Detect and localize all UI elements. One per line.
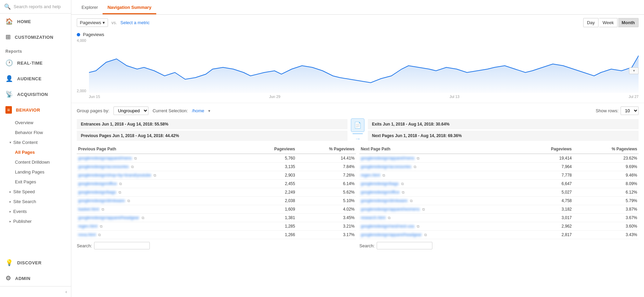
copy-icon[interactable]: ⧉ <box>422 207 425 211</box>
previous-pages-table: Previous Page Path Pageviews % Pageviews… <box>77 145 356 249</box>
copy-icon[interactable]: ⧉ <box>127 199 130 203</box>
current-selection-label: Current Selection: <box>153 108 188 113</box>
next-pct-value: 9.69% <box>573 163 639 171</box>
copy-icon[interactable]: ⧉ <box>98 233 101 237</box>
group-pages-label: Group pages by: <box>77 108 109 113</box>
copy-icon[interactable]: ⧉ <box>102 207 104 211</box>
tab-explorer[interactable]: Explorer <box>77 1 103 14</box>
group-pages-dropdown[interactable]: Ungrouped <box>113 106 148 115</box>
prev-page-path[interactable]: googleredesign/bags ⧉ <box>77 188 247 197</box>
sidebar-expand-site-speed[interactable]: ▸ Site Speed <box>0 187 71 197</box>
behavior-icon: ≡ <box>5 106 12 114</box>
prev-page-path[interactable]: googleredesign/accessories ⧉ <box>77 163 247 171</box>
entrances-stat: Entrances Jun 1, 2018 - Aug 14, 2018: 55… <box>77 119 347 129</box>
copy-icon[interactable]: ⧉ <box>119 182 122 186</box>
copy-icon[interactable]: ⧉ <box>414 165 416 169</box>
time-btn-month[interactable]: Month <box>618 18 639 27</box>
table-row: googleredesign/apparel/headgear ⧉ 1,381 … <box>77 214 356 222</box>
copy-icon[interactable]: ⧉ <box>154 173 156 177</box>
realtime-icon: 🕐 <box>5 59 13 67</box>
next-pct-value: 8.09% <box>573 180 639 188</box>
next-pageviews-value: 3,182 <box>519 205 573 214</box>
copy-icon[interactable]: ⧉ <box>388 216 391 220</box>
copy-icon[interactable]: ⧉ <box>142 216 144 220</box>
prev-page-path[interactable]: regen.html ⧉ <box>77 222 247 231</box>
copy-icon[interactable]: ⧉ <box>382 173 385 177</box>
next-search-input[interactable] <box>377 242 432 249</box>
sidebar-item-customization[interactable]: ⊞ CUSTOMIZATION <box>0 29 71 45</box>
sidebar-item-behavior[interactable]: ≡ BEHAVIOR <box>0 102 71 118</box>
show-rows-dropdown[interactable]: 10 <box>621 106 639 115</box>
sidebar-sub-behavior-flow[interactable]: Behavior Flow <box>0 128 71 137</box>
sidebar-expand-site-search[interactable]: ▸ Site Search <box>0 197 71 207</box>
sidebar-expand-events[interactable]: ▸ Events <box>0 207 71 216</box>
time-btn-week[interactable]: Week <box>599 18 618 27</box>
next-page-path[interactable]: googleredesign/apparel/mens ⧉ <box>359 154 519 163</box>
copy-icon[interactable]: ⧉ <box>402 190 405 194</box>
chevron-down-icon: ▾ <box>103 20 105 25</box>
prev-pct-value: 7.84% <box>297 163 356 171</box>
copy-icon[interactable]: ⧉ <box>424 233 427 237</box>
copy-icon[interactable]: ⧉ <box>134 156 137 160</box>
next-pageviews-value: 2,817 <box>519 231 573 239</box>
chart-collapse-button[interactable]: ▾ <box>629 67 639 74</box>
previous-pages-label: Previous Pages <box>81 133 111 138</box>
previous-search-input[interactable] <box>94 242 150 249</box>
sidebar-item-home[interactable]: 🏠 HOME <box>0 14 71 29</box>
sidebar-item-discover[interactable]: 💡 DISCOVER <box>0 255 71 270</box>
prev-page-path[interactable]: googleredesign/apparel/mens ⧉ <box>77 154 247 163</box>
prev-page-path[interactable]: googleredesign/shop+by+brand/youtube ⧉ <box>77 171 247 180</box>
table-row: googleredesign/accessories ⧉ 7,964 9.69% <box>359 163 639 171</box>
copy-icon[interactable]: ⧉ <box>131 165 134 169</box>
next-pageviews-value: 5,027 <box>519 188 573 197</box>
next-page-path[interactable]: googleredesign/apparel/headgear ⧉ <box>359 231 519 239</box>
next-pct-value: 23.62% <box>573 154 639 163</box>
metric-dropdown[interactable]: Pageviews ▾ <box>77 18 108 27</box>
chevron-right-icon: ▸ <box>10 219 11 223</box>
select-metric-link[interactable]: Select a metric <box>121 20 150 25</box>
next-pct-value: 5.79% <box>573 197 639 205</box>
sidebar-sub-overview[interactable]: Overview <box>0 118 71 128</box>
prev-page-path[interactable]: googleredesign/drinkware ⧉ <box>77 197 247 205</box>
prev-page-path[interactable]: googleredesign/apparel/headgear ⧉ <box>77 214 247 222</box>
sidebar-item-acquisition[interactable]: 📡 ACQUISITION <box>0 86 71 102</box>
table-row: regen.html ⧉ 1,285 3.21% <box>77 222 356 231</box>
current-selection-value[interactable]: /home <box>192 108 204 113</box>
tab-navigation-summary[interactable]: Navigation Summary <box>103 1 156 14</box>
admin-icon: ⚙ <box>5 275 11 282</box>
next-page-path[interactable]: googleredesign/drinkware ⧉ <box>359 197 519 205</box>
next-page-path[interactable]: googleredesign/office ⧉ <box>359 188 519 197</box>
table-row: googleredesign/drinkware ⧉ 2,038 5.10% <box>77 197 356 205</box>
table-row: googleredesign/drinkware ⧉ 4,758 5.79% <box>359 197 639 205</box>
chevron-down-icon: ▾ <box>10 141 11 144</box>
search-bar[interactable]: 🔍 Search reports and help <box>0 0 71 14</box>
sidebar-collapse-button[interactable]: ‹ <box>0 286 71 297</box>
next-page-path[interactable]: regen.html ⧉ <box>359 171 519 180</box>
next-page-path[interactable]: googleredesign/bags ⧉ <box>359 180 519 188</box>
prev-page-path[interactable]: nova.html ⧉ <box>77 231 247 239</box>
sidebar-sub-exit-pages[interactable]: Exit Pages <box>0 177 71 187</box>
sidebar-item-audience[interactable]: 👤 AUDIENCE <box>0 71 71 86</box>
sidebar-expand-site-content[interactable]: ▾ Site Content <box>0 137 71 147</box>
next-page-path[interactable]: googleredesign/accessories ⧉ <box>359 163 519 171</box>
sidebar-sub-landing-pages[interactable]: Landing Pages <box>0 167 71 177</box>
next-pages-stat: Next Pages Jun 1, 2018 - Aug 14, 2018: 6… <box>368 131 639 141</box>
prev-page-path[interactable]: googleredesign/office ⧉ <box>77 180 247 188</box>
sidebar-item-admin[interactable]: ⚙ ADMIN <box>0 270 71 286</box>
next-pct-value: 9.46% <box>573 171 639 180</box>
sidebar-item-realtime[interactable]: 🕐 REAL-TIME <box>0 55 71 71</box>
copy-icon[interactable]: ⧉ <box>119 190 121 194</box>
time-btn-day[interactable]: Day <box>583 18 598 27</box>
copy-icon[interactable]: ⧉ <box>410 199 413 203</box>
sidebar-sub-content-drilldown[interactable]: Content Drilldown <box>0 157 71 167</box>
sidebar-sub-all-pages[interactable]: All Pages <box>0 147 71 157</box>
copy-icon[interactable]: ⧉ <box>417 224 419 228</box>
copy-icon[interactable]: ⧉ <box>417 156 419 160</box>
sidebar-expand-publisher[interactable]: ▸ Publisher <box>0 216 71 226</box>
copy-icon[interactable]: ⧉ <box>401 182 404 186</box>
copy-icon[interactable]: ⧉ <box>100 224 103 228</box>
next-page-path[interactable]: research.html ⧉ <box>359 214 519 222</box>
next-page-path[interactable]: googleredesign/apparel/womens ⧉ <box>359 205 519 214</box>
prev-page-path[interactable]: basket.html ⧉ <box>77 205 247 214</box>
next-page-path[interactable]: googleredesign/nest/nest-usa ⧉ <box>359 222 519 231</box>
